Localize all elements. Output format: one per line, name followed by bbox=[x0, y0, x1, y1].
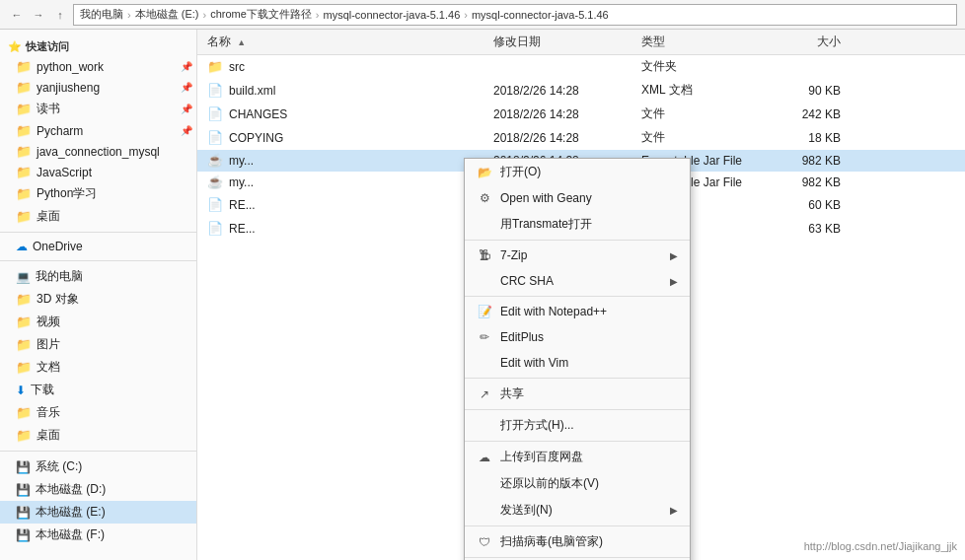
xml-icon: 📄 bbox=[207, 83, 223, 98]
geany-icon: ⚙ bbox=[477, 190, 492, 206]
sidebar-item-music[interactable]: 📁 音乐 bbox=[0, 401, 196, 424]
crc-icon bbox=[477, 273, 492, 289]
header-date[interactable]: 修改日期 bbox=[493, 34, 641, 50]
header-size[interactable]: 大小 bbox=[770, 34, 849, 50]
ctx-sendto[interactable]: 发送到(N) ▶ bbox=[465, 497, 690, 524]
sidebar-divider bbox=[0, 232, 196, 233]
sidebar-item-desktop[interactable]: 📁 桌面 bbox=[0, 424, 196, 447]
folder-icon: 📁 bbox=[16, 165, 32, 179]
sidebar-item-drive-f[interactable]: 💾 本地磁盘 (F:) bbox=[0, 524, 196, 546]
folder-icon: 📁 bbox=[207, 59, 223, 74]
sidebar-item-video[interactable]: 📁 视频 bbox=[0, 311, 196, 333]
sidebar-item-pycharm[interactable]: 📁 Pycharm 📌 bbox=[0, 120, 196, 141]
folder-icon: 📁 bbox=[16, 123, 32, 138]
pin-icon: 📌 bbox=[181, 61, 192, 72]
arrow-icon: ▶ bbox=[670, 250, 678, 261]
sidebar-divider-2 bbox=[0, 260, 196, 261]
openwith-icon bbox=[477, 418, 492, 434]
sidebar-item-drive-e[interactable]: 💾 本地磁盘 (E:) bbox=[0, 501, 196, 524]
sidebar-item-java[interactable]: 📁 java_connection_mysql bbox=[0, 141, 196, 162]
sidebar-item-python-work[interactable]: 📁 python_work 📌 bbox=[0, 56, 196, 77]
breadcrumb-drive[interactable]: 本地磁盘 (E:) bbox=[135, 7, 199, 22]
ctx-open[interactable]: 📂 打开(O) bbox=[465, 159, 690, 185]
folder-icon: 📁 bbox=[16, 360, 32, 375]
nav-back[interactable]: ← bbox=[8, 6, 26, 24]
address-bar: ← → ↑ 我的电脑 › 本地磁盘 (E:) › chrome下载文件路径 › … bbox=[0, 0, 965, 30]
ctx-notepadpp[interactable]: 📝 Edit with Notepad++ bbox=[465, 299, 690, 324]
7zip-icon: 🗜 bbox=[477, 247, 492, 263]
breadcrumb-path[interactable]: 我的电脑 › 本地磁盘 (E:) › chrome下载文件路径 › mysql-… bbox=[73, 4, 957, 26]
ctx-transmate[interactable]: 用Transmate打开 bbox=[465, 211, 690, 238]
pin-icon: 📌 bbox=[181, 125, 192, 136]
sidebar-item-javascript[interactable]: 📁 JavaScript bbox=[0, 162, 196, 182]
ctx-open-geany[interactable]: ⚙ Open with Geany bbox=[465, 185, 690, 211]
sidebar-divider-3 bbox=[0, 451, 196, 452]
file-row-copying[interactable]: 📄 COPYING 2018/2/26 14:28 文件 18 KB bbox=[197, 126, 965, 150]
folder-icon: 📁 bbox=[16, 102, 32, 116]
sidebar-item-3d[interactable]: 📁 3D 对象 bbox=[0, 288, 196, 311]
file-row-changes[interactable]: 📄 CHANGES 2018/2/26 14:28 文件 242 KB bbox=[197, 103, 965, 126]
arrow-icon: ▶ bbox=[670, 276, 678, 287]
file-row-src[interactable]: 📁 src 文件夹 bbox=[197, 55, 965, 79]
sidebar-item-python-study[interactable]: 📁 Python学习 bbox=[0, 182, 196, 205]
nav-forward[interactable]: → bbox=[30, 6, 47, 24]
sidebar-item-drive-c[interactable]: 💾 系统 (C:) bbox=[0, 455, 196, 478]
txt-icon: 📄 bbox=[207, 106, 223, 121]
drive-icon: 💾 bbox=[16, 528, 31, 542]
drive-icon: 💾 bbox=[16, 460, 31, 474]
folder-icon: 📁 bbox=[16, 59, 32, 74]
ctx-separator-5 bbox=[465, 441, 690, 442]
folder-icon: 📁 bbox=[16, 209, 32, 224]
sidebar-item-documents[interactable]: 📁 文档 bbox=[0, 356, 196, 379]
header-name[interactable]: 名称 ▲ bbox=[197, 34, 493, 50]
ctx-separator-7 bbox=[465, 557, 690, 558]
onedrive-icon: ☁ bbox=[16, 240, 28, 253]
file-row-buildxml[interactable]: 📄 build.xml 2018/2/26 14:28 XML 文档 90 KB bbox=[197, 79, 965, 103]
open-icon: 📂 bbox=[477, 165, 492, 180]
main-layout: ⭐ 快速访问 📁 python_work 📌 📁 yanjiusheng 📌 📁… bbox=[0, 30, 965, 560]
sidebar-item-my-computer[interactable]: 💻 我的电脑 bbox=[0, 265, 196, 288]
header-type[interactable]: 类型 bbox=[641, 34, 770, 50]
sidebar-item-dushu[interactable]: 📁 读书 📌 bbox=[0, 98, 196, 120]
context-menu: 📂 打开(O) ⚙ Open with Geany 用Transmate打开 🗜… bbox=[464, 158, 691, 560]
breadcrumb-mysql2[interactable]: mysql-connector-java-5.1.46 bbox=[472, 9, 609, 21]
ctx-share[interactable]: ↗ 共享 bbox=[465, 381, 690, 407]
ctx-separator-2 bbox=[465, 296, 690, 297]
pin-icon: 📌 bbox=[181, 82, 192, 93]
folder-icon: 📁 bbox=[16, 337, 32, 352]
breadcrumb-mysql1[interactable]: mysql-connector-java-5.1.46 bbox=[323, 9, 460, 21]
ctx-7zip[interactable]: 🗜 7-Zip ▶ bbox=[465, 243, 690, 268]
sidebar-item-downloads[interactable]: ⬇ 下载 bbox=[0, 379, 196, 401]
sidebar-item-onedrive[interactable]: ☁ OneDrive bbox=[0, 237, 196, 256]
folder-icon: 📁 bbox=[16, 186, 32, 201]
arrow-icon: ▶ bbox=[670, 505, 678, 516]
sidebar-item-yanjiusheng[interactable]: 📁 yanjiusheng 📌 bbox=[0, 77, 196, 98]
ctx-upload-baidu[interactable]: ☁ 上传到百度网盘 bbox=[465, 444, 690, 470]
ctx-crc-sha[interactable]: CRC SHA ▶ bbox=[465, 268, 690, 294]
editplus-icon: ✏ bbox=[477, 329, 492, 345]
ctx-separator-1 bbox=[465, 240, 690, 241]
breadcrumb-computer[interactable]: 我的电脑 bbox=[80, 7, 123, 22]
sidebar-item-pictures[interactable]: 📁 图片 bbox=[0, 333, 196, 356]
nav-up[interactable]: ↑ bbox=[51, 6, 69, 24]
scan-icon: 🛡 bbox=[477, 534, 492, 550]
download-icon: ⬇ bbox=[16, 384, 26, 397]
sidebar-item-desktop-quick[interactable]: 📁 桌面 bbox=[0, 205, 196, 228]
folder-icon: 📁 bbox=[16, 144, 32, 159]
breadcrumb-chrome[interactable]: chrome下载文件路径 bbox=[210, 7, 312, 22]
ctx-scan[interactable]: 🛡 扫描病毒(电脑管家) bbox=[465, 528, 690, 555]
ctx-open-with[interactable]: 打开方式(H)... bbox=[465, 412, 690, 439]
ctx-separator-6 bbox=[465, 525, 690, 526]
sort-arrow-name: ▲ bbox=[237, 37, 246, 47]
share-icon: ↗ bbox=[477, 386, 492, 402]
ctx-separator-3 bbox=[465, 378, 690, 379]
vim-icon bbox=[477, 355, 492, 371]
notepadpp-icon: 📝 bbox=[477, 304, 492, 319]
file-list-header: 名称 ▲ 修改日期 类型 大小 bbox=[197, 30, 965, 55]
folder-icon: 📁 bbox=[16, 315, 32, 329]
sidebar-item-drive-d[interactable]: 💾 本地磁盘 (D:) bbox=[0, 478, 196, 501]
txt-icon: 📄 bbox=[207, 130, 223, 145]
ctx-editplus[interactable]: ✏ EditPlus bbox=[465, 324, 690, 350]
ctx-restore[interactable]: 还原以前的版本(V) bbox=[465, 470, 690, 497]
ctx-vim[interactable]: Edit with Vim bbox=[465, 350, 690, 376]
